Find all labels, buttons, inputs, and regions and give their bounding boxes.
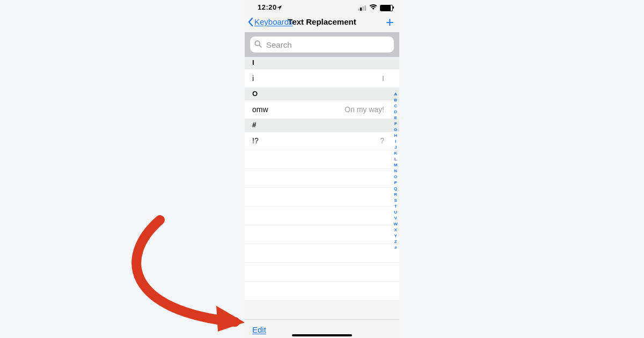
bottom-toolbar: Edit [245,319,399,338]
index-letter[interactable]: W [393,221,398,227]
index-letter[interactable]: H [394,133,397,138]
index-letter[interactable]: # [394,245,397,251]
shortcut-key: omw [252,105,268,114]
index-letter[interactable]: Q [394,186,397,192]
index-letter[interactable]: M [394,162,398,168]
shortcut-value: ? [259,136,392,145]
index-letter[interactable]: S [394,197,397,203]
shortcut-value: On my way! [268,105,392,114]
index-letter[interactable]: O [394,174,397,180]
index-letter[interactable]: G [394,127,397,133]
search-input[interactable] [265,40,390,50]
index-letter[interactable]: B [394,97,397,103]
empty-row [245,225,399,244]
add-button[interactable]: + [386,15,394,29]
index-letter[interactable]: U [394,209,397,215]
list-item[interactable]: !? ? [245,131,399,150]
index-letter[interactable]: D [394,109,397,115]
empty-row [245,188,399,207]
index-letter[interactable]: C [394,103,397,109]
wifi-icon [369,4,377,12]
section-header: # [245,119,399,131]
index-letter[interactable]: J [394,144,397,150]
back-button[interactable]: Keyboards [248,17,293,26]
home-indicator[interactable] [292,334,352,336]
status-bar: 12:20 [245,0,399,15]
list-item[interactable]: omw On my way! [245,100,399,119]
index-letter[interactable]: P [394,180,397,186]
list-item[interactable]: i I [245,69,399,88]
annotation-arrow [122,215,257,333]
shortcut-key: !? [252,136,259,145]
search-icon [254,40,262,49]
empty-row [245,207,399,225]
index-letter[interactable]: X [394,227,397,233]
battery-icon [380,5,393,11]
index-letter[interactable]: Z [394,239,397,245]
index-letter[interactable]: A [394,91,397,97]
index-letter[interactable]: V [394,215,397,221]
index-letter[interactable]: F [394,121,397,127]
back-label: Keyboards [254,17,293,26]
index-letter[interactable]: N [394,168,397,174]
section-header: I [245,57,399,69]
index-letter[interactable]: K [394,150,397,156]
phone-frame: 12:20 Text Replacement Keyboards + [245,0,399,338]
list: I i I O omw On my way! # !? ? [245,57,399,300]
status-time: 12:20 [258,3,277,11]
svg-line-1 [259,45,261,47]
chevron-left-icon [248,18,253,26]
cellular-icon [358,5,367,11]
index-letter[interactable]: I [395,138,396,144]
empty-row [245,244,399,263]
section-header: O [245,88,399,100]
index-letter[interactable]: R [394,192,397,197]
search-field[interactable] [250,36,394,53]
empty-row [245,150,399,169]
navigation-bar: Text Replacement Keyboards + [245,15,399,32]
shortcut-value: I [254,74,392,83]
alphabet-index[interactable]: ABCDEFGHIJKLMNOPQRSTUVWXYZ# [393,91,398,251]
empty-row [245,169,399,188]
empty-row [245,263,399,282]
index-letter[interactable]: T [394,203,397,209]
empty-row [245,282,399,300]
index-letter[interactable]: L [394,156,397,162]
index-letter[interactable]: Y [394,233,397,239]
search-bar-container [245,32,399,57]
location-icon [277,4,282,12]
index-letter[interactable]: E [394,115,397,121]
edit-button[interactable]: Edit [252,325,266,334]
